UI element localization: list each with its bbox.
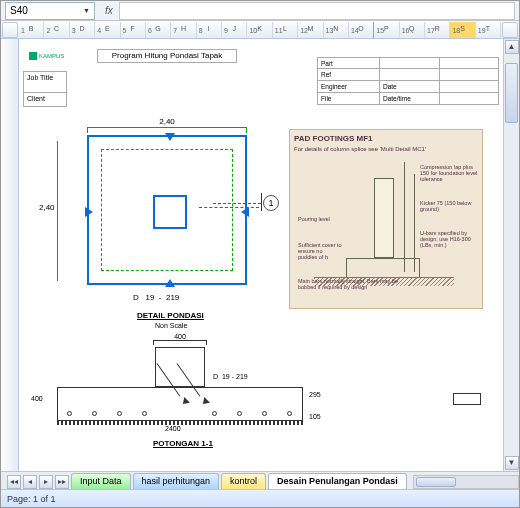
section-view: 400 400 D 19 - 219 295 105 2400 POTONGAN…	[57, 333, 317, 451]
column-outline	[153, 195, 187, 229]
selected-column: 18S	[450, 22, 475, 38]
cell-reference: S40	[10, 5, 28, 16]
tab-nav-last[interactable]: ▸▸	[55, 475, 69, 489]
horizontal-scrollbar[interactable]	[413, 475, 519, 489]
tab-kontrol[interactable]: kontrol	[221, 473, 266, 489]
tab-nav-next[interactable]: ▸	[39, 475, 53, 489]
tab-nav-first[interactable]: ◂◂	[7, 475, 21, 489]
title-left-cells: Job Title Client	[23, 71, 67, 105]
title-right-cells: Part Ref EngineerDate FileDate/time	[317, 57, 499, 105]
plan-subcaption: Non Scale	[155, 322, 187, 329]
plan-dim-width: 2,40	[87, 117, 247, 134]
status-bar: Page: 1 of 1	[1, 489, 519, 507]
scroll-thumb[interactable]	[505, 63, 518, 123]
ruler-margin-left[interactable]	[2, 22, 18, 38]
plan-rebar-label: D 19 - 219	[133, 293, 179, 302]
sheet-tabs-row: ◂◂ ◂ ▸ ▸▸ Input Data hasil perhitungan k…	[1, 471, 519, 489]
scroll-up-button[interactable]: ▲	[505, 40, 519, 54]
vertical-scrollbar[interactable]: ▲ ▼	[503, 39, 519, 471]
name-box[interactable]: S40 ▼	[5, 2, 95, 20]
name-box-dropdown-icon[interactable]: ▼	[83, 7, 90, 14]
ruler-margin-right[interactable]	[502, 22, 518, 38]
plan-view	[87, 135, 247, 285]
program-title: Program Hitung Pondasi Tapak	[97, 49, 237, 63]
formula-input[interactable]	[119, 2, 515, 20]
section-cut-line	[213, 203, 261, 204]
tab-input-data[interactable]: Input Data	[71, 473, 131, 489]
scroll-down-button[interactable]: ▼	[505, 456, 519, 470]
logo: KAMPUS	[29, 47, 73, 65]
page-content: 5 KAMPUS Program Hitung Pondasi Tapak Jo…	[23, 43, 499, 467]
tab-nav-prev[interactable]: ◂	[23, 475, 37, 489]
fx-icon[interactable]: fx	[105, 5, 113, 16]
worksheet-area[interactable]: 5 KAMPUS Program Hitung Pondasi Tapak Jo…	[1, 39, 519, 471]
section-bubble: 1	[263, 195, 279, 211]
page-indicator: Page: 1 of 1	[7, 494, 56, 504]
panel-title: PAD FOOTINGS MF1	[294, 134, 478, 143]
title-block: KAMPUS Program Hitung Pondasi Tapak Job …	[23, 43, 499, 91]
pad-footing-panel: PAD FOOTINGS MF1 For details of column s…	[289, 129, 483, 309]
selected-cell-value: 5	[447, 39, 451, 40]
ruler-ticks: 1B 2C 3D 4E 5F 6G 7H 8I 9J 10K 11L 12M 1…	[19, 22, 501, 38]
section-caption: POTONGAN 1-1	[153, 439, 213, 448]
plan-dim-height: 2,40	[53, 141, 63, 281]
vertical-ruler	[1, 39, 19, 471]
horizontal-ruler: 1B 2C 3D 4E 5F 6G 7H 8I 9J 10K 11L 12M 1…	[1, 21, 519, 39]
panel-figure: Compression lap plus 150 for foundation …	[294, 156, 478, 296]
formula-bar-row: S40 ▼ fx	[1, 1, 519, 21]
tab-desain[interactable]: Desain Penulangan Pondasi	[268, 473, 407, 489]
plan-caption: DETAIL PONDASI	[137, 311, 204, 320]
rebar-shape	[453, 393, 481, 405]
tab-hasil[interactable]: hasil perhitungan	[133, 473, 220, 489]
